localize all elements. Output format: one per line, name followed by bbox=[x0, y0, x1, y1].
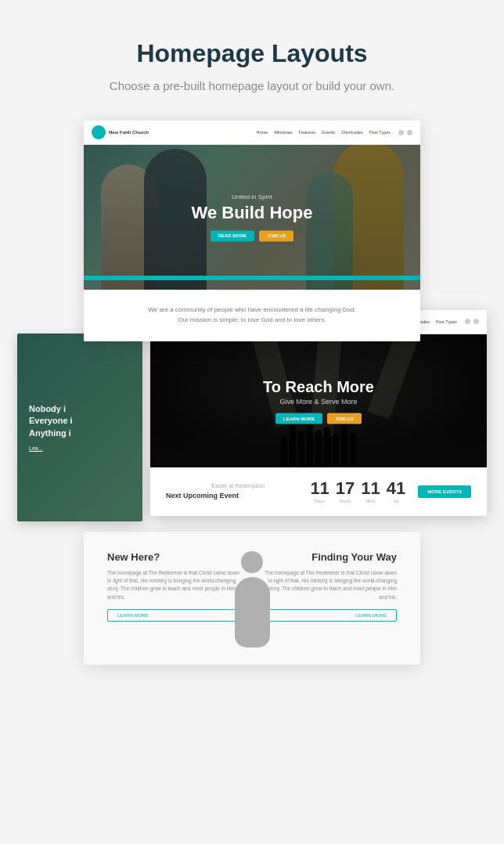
teal-accent-bar bbox=[84, 276, 420, 280]
card3-right: Finding Your Way The homepage at The Red… bbox=[260, 551, 397, 645]
hero2-content: To Reach More Give More & Serve More LEA… bbox=[232, 377, 405, 424]
hero-buttons: READ MORE JOIN US bbox=[174, 230, 330, 241]
silhouette-body bbox=[235, 577, 270, 647]
card3-right-heading: Finding Your Way bbox=[260, 551, 397, 563]
countdown-numbers: 11 Days 17 Hours 11 Mins 41 bbox=[310, 480, 405, 503]
hero2-btn-learn[interactable]: LEARN MORE bbox=[275, 413, 322, 424]
hero-subtitle: United in Spirit bbox=[174, 193, 330, 200]
card1-text: We are a community of people who have en… bbox=[142, 305, 362, 326]
hero2-subtitle: Give More & Serve More bbox=[232, 397, 405, 405]
left-line-3: Anything i bbox=[29, 427, 131, 439]
logo-icon bbox=[92, 125, 106, 139]
hero2-buttons: LEARN MORE JOIN US bbox=[232, 413, 405, 424]
nav-posttypes: Post Types bbox=[369, 130, 391, 135]
hero2-btn-join[interactable]: JOIN US bbox=[327, 413, 362, 424]
menu-icon-2 bbox=[473, 319, 479, 324]
card3-right-text: The homepage at The Redeemer is that Chr… bbox=[260, 569, 397, 602]
nav-links: Home Ministries Features Events Shortcod… bbox=[257, 130, 391, 135]
more-events-btn[interactable]: MORE EVENTS bbox=[418, 485, 471, 498]
left-partial-overlay: Nobody i Everyone i Anything i Lea... bbox=[17, 334, 142, 521]
hero-btn-joinus[interactable]: JOIN US bbox=[259, 230, 293, 241]
layout-card-left-partial: Nobody i Everyone i Anything i Lea... bbox=[17, 334, 142, 521]
nav-features: Features bbox=[299, 130, 316, 135]
hero2-title: To Reach More bbox=[232, 377, 405, 395]
brand-name: New Faith Church bbox=[109, 130, 149, 135]
card3-left: New Here? The homepage at The Redeemer i… bbox=[107, 551, 244, 645]
countdown-secs: 41 Ss bbox=[387, 480, 405, 503]
page-wrapper: Homepage Layouts Choose a pre-built home… bbox=[0, 0, 504, 696]
countdown-mins: 11 Mins bbox=[361, 480, 380, 503]
nav-icons bbox=[398, 130, 412, 135]
hero-content: United in Spirit We Build Hope READ MORE… bbox=[174, 193, 330, 241]
left-partial-text: Nobody i Everyone i Anything i bbox=[29, 403, 131, 439]
nav-events: Events bbox=[322, 130, 335, 135]
card3-right-btn[interactable]: LEARN MORE bbox=[260, 609, 397, 622]
page-title: Homepage Layouts bbox=[136, 39, 367, 68]
days-label: Days bbox=[315, 499, 325, 503]
menu-icon bbox=[407, 130, 412, 135]
days-num: 11 bbox=[310, 480, 329, 497]
browser-bar: New Faith Church Home Ministries Feature… bbox=[84, 121, 420, 145]
page-subtitle: Choose a pre-built homepage layout or bu… bbox=[110, 79, 394, 92]
left-partial-link[interactable]: Lea... bbox=[29, 445, 131, 451]
secs-num: 41 bbox=[387, 480, 405, 497]
hours-num: 17 bbox=[336, 480, 355, 497]
card3-left-text: The homepage at The Redeemer is that Chr… bbox=[107, 569, 244, 602]
mins-label: Mins bbox=[366, 499, 376, 503]
hero-btn-readmore[interactable]: READ MORE bbox=[211, 230, 255, 241]
hero-title: We Build Hope bbox=[174, 204, 330, 222]
card1-body: We are a community of people who have en… bbox=[84, 290, 420, 341]
mins-num: 11 bbox=[361, 480, 380, 497]
search-icon bbox=[398, 130, 404, 135]
nav2-posttypes: Post Types bbox=[436, 319, 457, 324]
card3-left-heading: New Here? bbox=[107, 551, 244, 563]
left-line-2: Everyone i bbox=[29, 415, 131, 427]
countdown-section: Easter at Redemption Next Upcoming Event… bbox=[150, 467, 487, 516]
brand-logo: New Faith Church bbox=[92, 125, 149, 139]
nav-ministries: Ministries bbox=[274, 130, 292, 135]
hero2-section: To Reach More Give More & Serve More LEA… bbox=[150, 334, 487, 467]
hours-label: Hours bbox=[340, 499, 351, 503]
nav-shortcodes: Shortcodes bbox=[341, 130, 363, 135]
event-label: Easter at Redemption bbox=[166, 483, 310, 489]
secs-label: Ss bbox=[394, 499, 398, 503]
layouts-container: New Faith Church Home Ministries Feature… bbox=[16, 121, 488, 665]
card3-left-btn[interactable]: LEARN MORE bbox=[107, 609, 244, 622]
layout-card-1[interactable]: New Faith Church Home Ministries Feature… bbox=[84, 121, 420, 341]
layout-card-3[interactable]: New Here? The homepage at The Redeemer i… bbox=[84, 532, 420, 665]
countdown-days: 11 Days bbox=[310, 480, 329, 503]
countdown-title: Next Upcoming Event bbox=[166, 492, 310, 500]
nav-icons-2 bbox=[465, 319, 479, 324]
card3-body: New Here? The homepage at The Redeemer i… bbox=[84, 532, 420, 665]
silhouette-head bbox=[241, 551, 263, 573]
countdown-hours: 17 Hours bbox=[336, 480, 355, 503]
countdown-left: Easter at Redemption Next Upcoming Event bbox=[166, 483, 310, 500]
nav-home: Home bbox=[257, 130, 268, 135]
left-line-1: Nobody i bbox=[29, 403, 131, 415]
person-silhouette bbox=[225, 547, 279, 665]
search-icon-2 bbox=[465, 319, 470, 324]
hero-section-1: United in Spirit We Build Hope READ MORE… bbox=[84, 145, 420, 290]
